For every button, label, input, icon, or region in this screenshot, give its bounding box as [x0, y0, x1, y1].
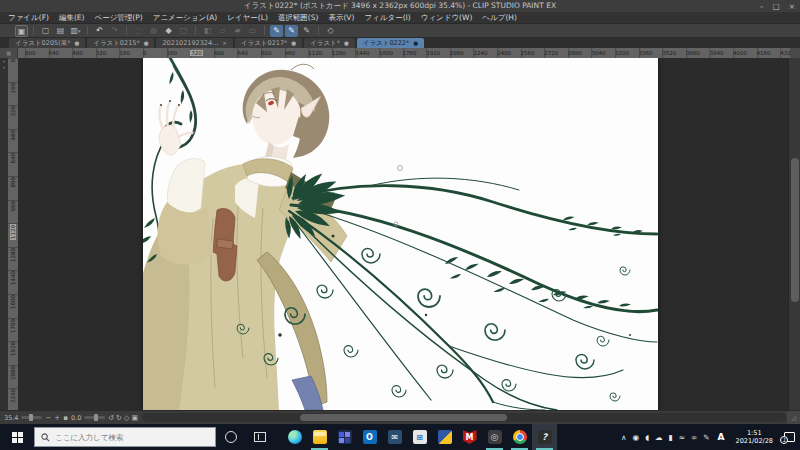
invert-selection-icon[interactable]: ◧ — [201, 25, 214, 37]
tray-expand-icon[interactable]: ∧ — [621, 433, 627, 442]
microsoft-edge-icon — [288, 430, 302, 444]
menu-item[interactable]: レイヤー(L) — [222, 13, 273, 23]
menu-item[interactable]: ヘルプ(H) — [477, 13, 522, 23]
reset-view-icon[interactable]: ▣ — [131, 412, 138, 424]
zoom-value: 35.4 — [4, 414, 18, 422]
tab-close-icon[interactable]: × — [222, 40, 227, 46]
minimize-button[interactable]: – — [760, 2, 764, 11]
taskbar-app-chrome[interactable] — [507, 424, 532, 450]
network-wifi-icon[interactable]: ≈ — [679, 433, 685, 442]
document-tab[interactable]: イラスト0205(果*● — [9, 38, 85, 48]
flip-horizontal-icon[interactable]: ◇ — [124, 412, 129, 424]
zoom-out-button[interactable]: − — [45, 412, 51, 424]
pen-tool-icon[interactable]: ✎ — [270, 25, 283, 37]
cortana-icon[interactable] — [225, 431, 237, 443]
taskbar-app-clip-studio[interactable] — [432, 424, 457, 450]
zoom-in-button[interactable]: + — [54, 412, 60, 424]
taskbar-app-clip-studio-paint[interactable]: ? — [532, 424, 557, 450]
rotate-left-icon[interactable]: ↺ — [108, 412, 114, 424]
toolbar-separator — [126, 26, 127, 35]
menu-item[interactable]: ファイル(F) — [3, 13, 54, 23]
horizontal-scrollbar[interactable] — [142, 413, 786, 422]
user-account-icon[interactable]: ◉ — [633, 433, 640, 442]
document-tab-active[interactable]: イラスト0222*● — [357, 38, 424, 48]
clear-outside-selection-icon[interactable]: ◍ — [147, 25, 160, 37]
command-bar: ▣▢▤▥▾↶↷◌◍◆▢◧▱▰▭✎✎✎◇ — [0, 24, 800, 38]
taskbar-app-mcafee[interactable]: M — [457, 424, 482, 450]
undo-icon[interactable]: ↶ — [93, 25, 106, 37]
close-button[interactable]: × — [789, 2, 795, 11]
menu-item[interactable]: 選択範囲(S) — [273, 13, 324, 23]
brush-tool-icon[interactable]: ✎ — [285, 25, 298, 37]
menu-item[interactable]: 編集(E) — [54, 13, 90, 23]
open-clip-studio-icon[interactable]: ▣ — [15, 25, 28, 37]
ruler-label: 960 — [10, 201, 16, 212]
new-canvas-icon[interactable]: ▢ — [39, 25, 52, 37]
document-tab[interactable]: イラスト0215*● — [87, 38, 154, 48]
horizontal-scrollbar-thumb[interactable] — [300, 414, 507, 421]
ruler-label: 480 — [214, 50, 225, 56]
taskbar-search-box[interactable] — [34, 427, 216, 447]
menu-item[interactable]: ページ管理(P) — [89, 13, 147, 23]
ruler-label: 3040 — [591, 50, 605, 56]
battery-icon[interactable]: ▮ — [669, 433, 673, 442]
taskbar-clock[interactable]: 1:51 2021/02/28 — [733, 429, 776, 445]
search-input[interactable] — [55, 433, 195, 442]
ruler-label: 480 — [72, 50, 83, 56]
taskbar-app-microsoft-store[interactable]: ⊞ — [407, 424, 432, 450]
snap-to-ruler-icon[interactable]: ▱ — [216, 25, 229, 37]
marker-tool-icon[interactable]: ✎ — [300, 25, 313, 37]
vertical-scrollbar-thumb[interactable] — [791, 158, 799, 302]
maximize-button[interactable]: □ — [773, 2, 780, 11]
redo-icon[interactable]: ↷ — [108, 25, 121, 37]
usb-device-icon[interactable]: ∞ — [691, 433, 697, 442]
taskbar-app-clip-studio-app[interactable]: ◎ — [482, 424, 507, 450]
ime-indicator[interactable]: A — [716, 432, 727, 442]
title-bar: イラスト0222* (ポストカード 3496 x 2362px 600dpi 3… — [0, 0, 800, 12]
pasteboard[interactable] — [18, 58, 788, 410]
deselect-icon[interactable]: ▢ — [177, 25, 190, 37]
taskbar-app-office[interactable] — [332, 424, 357, 450]
clear-icon[interactable]: ◌ — [132, 25, 145, 37]
snap-to-grid-icon[interactable]: ▭ — [246, 25, 259, 37]
main-viewport: »» 0160320480640800960112012801440160017… — [0, 58, 800, 410]
fill-icon[interactable]: ◆ — [162, 25, 175, 37]
menu-item[interactable]: アニメーション(A) — [148, 13, 223, 23]
start-button[interactable] — [0, 424, 34, 450]
taskbar-app-mail[interactable]: ✉ — [382, 424, 407, 450]
toolbar-separator — [195, 26, 196, 35]
vertical-scrollbar[interactable] — [788, 58, 800, 410]
volume-icon[interactable]: ◖ — [645, 433, 649, 442]
taskbar-app-file-explorer[interactable] — [307, 424, 332, 450]
rotate-right-icon[interactable]: ↻ — [116, 412, 122, 424]
ruler-corner-box: ▦ — [0, 48, 18, 58]
ruler-label: 2560 — [521, 50, 535, 56]
save-export-icon[interactable]: ▥▾ — [69, 25, 82, 37]
office-icon — [338, 430, 352, 444]
object-tool-icon[interactable]: ◇ — [324, 25, 337, 37]
search-icon — [41, 433, 50, 442]
action-center-icon[interactable]: 1 — [784, 432, 795, 442]
mcafee-icon: M — [463, 430, 477, 444]
zoom-slider[interactable] — [21, 416, 42, 419]
open-file-icon[interactable]: ▤ — [54, 25, 67, 37]
zoom-reset-button[interactable]: ▪ — [63, 412, 68, 424]
collapsed-tool-strip[interactable]: »» — [0, 58, 8, 410]
snap-to-special-ruler-icon[interactable]: ▰ — [231, 25, 244, 37]
task-view-icon[interactable] — [254, 432, 266, 442]
onedrive-icon[interactable]: ☁ — [655, 433, 663, 442]
taskbar-app-microsoft-edge[interactable] — [282, 424, 307, 450]
document-tab[interactable]: イラスト*● — [304, 38, 355, 48]
system-tray: ∧◉◖☁▮≈∞✎ A 1:51 2021/02/28 1 — [621, 429, 800, 445]
document-tab[interactable]: イラスト0217*● — [235, 38, 302, 48]
ruler-label: 3840 — [709, 50, 723, 56]
document-tab[interactable]: 202102192324...× — [156, 38, 232, 48]
clip-studio-paint-window: イラスト0222* (ポストカード 3496 x 2362px 600dpi 3… — [0, 0, 800, 450]
rotation-slider[interactable] — [84, 416, 105, 419]
menu-item[interactable]: 表示(V) — [323, 13, 359, 23]
menu-item[interactable]: ウィンドウ(W) — [416, 13, 478, 23]
canvas[interactable] — [143, 58, 658, 410]
taskbar-app-outlook[interactable]: O — [357, 424, 382, 450]
menu-item[interactable]: フィルター(I) — [359, 13, 415, 23]
pen-input-icon[interactable]: ✎ — [703, 433, 709, 442]
